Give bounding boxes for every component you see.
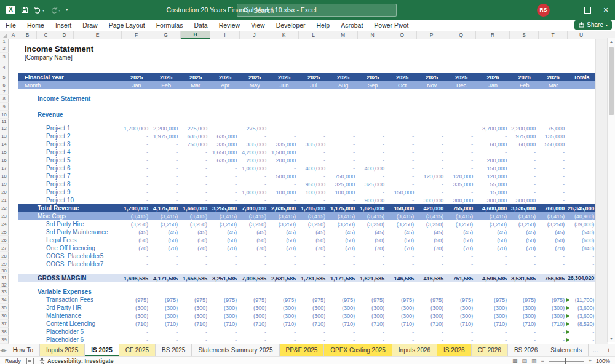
cell[interactable]: 3,700,000 xyxy=(476,124,510,132)
cell[interactable]: - xyxy=(269,328,299,336)
cell[interactable] xyxy=(568,148,595,156)
cell[interactable]: 150,000 xyxy=(387,188,417,196)
cell[interactable]: (3,250) xyxy=(539,220,568,228)
cell[interactable]: (975) xyxy=(417,296,446,304)
row-label[interactable]: Placeholder 6 xyxy=(18,336,122,344)
cell[interactable]: - xyxy=(122,156,151,164)
cell[interactable]: (45) xyxy=(122,228,151,236)
cell[interactable]: (300) xyxy=(387,304,417,312)
column-a-spacer[interactable] xyxy=(9,188,18,196)
cell[interactable]: - xyxy=(568,328,595,336)
cell[interactable]: (3,415) xyxy=(122,212,151,220)
cell[interactable]: - xyxy=(181,188,210,196)
sheet-tab-cf-2026[interactable]: CF 2026 xyxy=(472,344,508,356)
cell[interactable]: (50) xyxy=(299,236,328,244)
cell[interactable]: - xyxy=(328,328,358,336)
cell[interactable]: (45) xyxy=(269,228,299,236)
row-label[interactable]: 3rd Party Maintenance xyxy=(18,228,122,236)
cell[interactable] xyxy=(568,188,595,196)
cell[interactable]: (710) xyxy=(417,320,446,328)
cell[interactable]: (70) xyxy=(299,244,328,252)
cell[interactable]: (300) xyxy=(240,312,269,320)
cell[interactable]: 400,000 xyxy=(358,164,387,172)
cell[interactable]: - xyxy=(387,252,417,260)
cell[interactable]: 550,000 xyxy=(539,140,568,148)
cell[interactable]: 1,621,585 xyxy=(358,274,387,282)
scroll-down-icon[interactable]: ▼ xyxy=(608,335,615,342)
cell[interactable]: (45) xyxy=(240,228,269,236)
sheet-tab-statements[interactable]: Statements xyxy=(544,344,589,356)
sheet-tab-statements-summary-2025[interactable]: Statements Summary 2025 xyxy=(192,344,279,356)
sheet-tab-how-to[interactable]: How To xyxy=(7,344,40,356)
cell[interactable]: 2025 xyxy=(328,73,358,81)
cell[interactable]: 26,345,000 xyxy=(568,204,595,212)
column-a-spacer[interactable] xyxy=(9,148,18,156)
cell[interactable]: 120,000 xyxy=(417,172,446,180)
cell[interactable]: - xyxy=(151,336,181,344)
row-label[interactable]: Income Statement xyxy=(18,44,93,53)
cell[interactable]: - xyxy=(181,148,210,156)
cell[interactable]: (300) xyxy=(387,312,417,320)
cell[interactable]: (710) xyxy=(387,320,417,328)
cell[interactable]: (45) xyxy=(387,228,417,236)
ribbon-tab-page-layout[interactable]: Page Layout xyxy=(103,22,151,29)
account-avatar[interactable]: RS xyxy=(537,4,550,17)
column-header-t[interactable]: T xyxy=(539,31,568,39)
cell[interactable]: (3,250) xyxy=(476,220,510,228)
row-number[interactable]: 2 xyxy=(0,44,9,53)
cell[interactable]: (710) xyxy=(476,320,510,328)
cell[interactable]: - xyxy=(539,172,568,180)
cell[interactable]: (710) xyxy=(446,320,476,328)
row-label[interactable]: Total Revenue xyxy=(18,204,122,212)
cell[interactable]: (50) xyxy=(510,236,539,244)
cell[interactable]: - xyxy=(122,148,151,156)
cell[interactable]: - xyxy=(510,164,539,172)
cell[interactable]: - xyxy=(299,328,328,336)
ribbon-tab-file[interactable]: File xyxy=(0,22,22,29)
row-label[interactable]: Project 6 xyxy=(18,164,122,172)
column-a-spacer[interactable] xyxy=(9,111,18,119)
cell[interactable]: - xyxy=(299,260,328,268)
cell[interactable]: - xyxy=(387,260,417,268)
cell[interactable]: - xyxy=(328,252,358,260)
close-button[interactable]: × xyxy=(597,0,615,20)
cell[interactable]: (710) xyxy=(510,320,539,328)
row-label[interactable]: Variable Expenses xyxy=(18,288,92,296)
cell[interactable]: - xyxy=(446,140,476,148)
cell[interactable]: - xyxy=(328,124,358,132)
cell[interactable]: - xyxy=(417,252,446,260)
cell[interactable]: - xyxy=(328,164,358,172)
cell[interactable]: - xyxy=(476,328,510,336)
zoom-slider[interactable] xyxy=(549,361,584,362)
cell[interactable]: 2025 xyxy=(269,73,299,81)
cell[interactable]: - xyxy=(417,140,446,148)
cell[interactable]: - xyxy=(210,188,240,196)
cell[interactable]: - xyxy=(210,164,240,172)
column-header-o[interactable]: O xyxy=(387,31,417,39)
cell[interactable]: - xyxy=(476,260,510,268)
cell[interactable]: 1,700,000 xyxy=(122,204,151,212)
cell[interactable]: 300,000 xyxy=(446,196,476,204)
cell[interactable]: - xyxy=(387,328,417,336)
cell[interactable]: 1,660,000 xyxy=(181,204,210,212)
ribbon-tab-view[interactable]: View xyxy=(245,22,271,29)
cell[interactable]: - xyxy=(240,132,269,140)
cell[interactable]: 15,000 xyxy=(476,188,510,196)
column-header-g[interactable]: G xyxy=(151,31,181,39)
cell[interactable]: (3,250) xyxy=(269,220,299,228)
cell[interactable]: Oct xyxy=(387,81,417,89)
cell[interactable]: - xyxy=(358,148,387,156)
ribbon-tab-formulas[interactable]: Formulas xyxy=(151,22,189,29)
column-a-spacer[interactable] xyxy=(9,328,18,336)
column-a-spacer[interactable] xyxy=(9,204,18,212)
cell[interactable]: (300) xyxy=(328,304,358,312)
normal-view-icon[interactable]: ▦ xyxy=(512,358,518,364)
cell[interactable]: (975) xyxy=(210,296,240,304)
cell[interactable]: (710) xyxy=(122,320,151,328)
cell[interactable]: - xyxy=(417,188,446,196)
cell[interactable]: 3,255,000 xyxy=(210,204,240,212)
cell[interactable]: - xyxy=(539,260,568,268)
cell[interactable]: - xyxy=(210,180,240,188)
cell[interactable]: - xyxy=(181,172,210,180)
cell[interactable]: - xyxy=(358,188,387,196)
